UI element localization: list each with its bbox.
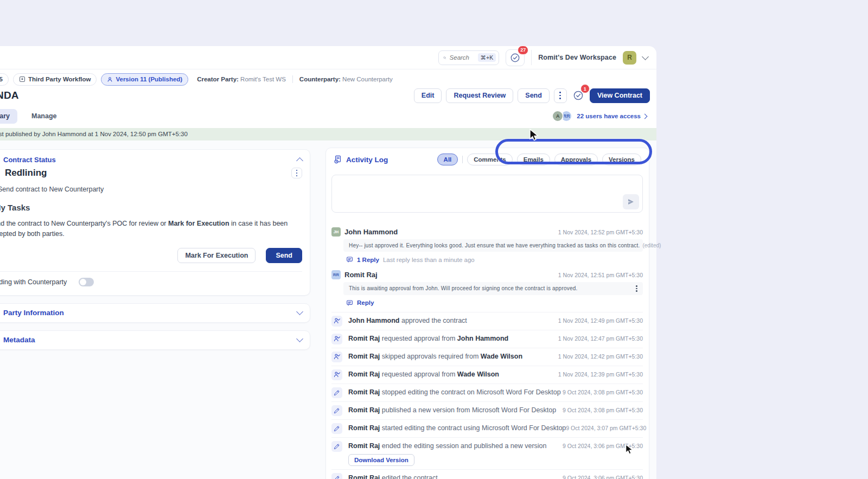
contract-status-card: Contract Status Redlining Send contract … bbox=[0, 149, 310, 296]
comment-item: JH John Hammond 1 Nov 2024, 12:52 pm GMT… bbox=[331, 227, 643, 263]
tabs-row: Summary Manage A RR 22 users have access bbox=[0, 108, 656, 124]
status-send-button[interactable]: Send bbox=[266, 248, 302, 263]
collapse-chevron-icon[interactable] bbox=[296, 157, 303, 164]
activity-log-title: Activity Log bbox=[346, 156, 388, 164]
access-group: A RR 22 users have access bbox=[552, 110, 656, 122]
user-avatars[interactable]: A RR bbox=[552, 110, 572, 122]
expand-chevron-icon bbox=[296, 335, 303, 342]
comment-timestamp: 1 Nov 2024, 12:52 pm GMT+5:30 bbox=[558, 229, 643, 235]
pending-toggle[interactable] bbox=[79, 278, 94, 286]
view-contract-button[interactable]: View Contract bbox=[590, 88, 650, 103]
published-banner: Last published by John Hammond at 1 Nov … bbox=[0, 128, 656, 140]
activity-row: Romit Raj edited the contract9 Oct 2024,… bbox=[331, 469, 643, 479]
users-access-link[interactable]: 22 users have access bbox=[577, 113, 647, 119]
contract-meta-row: 75 Third Party Workflow Version 11 (Publ… bbox=[0, 73, 656, 86]
chevron-down-icon[interactable] bbox=[642, 53, 649, 60]
tab-manage[interactable]: Manage bbox=[24, 109, 65, 124]
comment-item: RR Romit Raj 1 Nov 2024, 12:51 pm GMT+5:… bbox=[331, 270, 643, 306]
left-column: Contract Status Redlining Send contract … bbox=[0, 149, 310, 350]
filter-pill-comments[interactable]: Comments bbox=[467, 154, 512, 165]
status-value: Redlining bbox=[5, 168, 47, 178]
meta-separator bbox=[292, 75, 293, 83]
activity-row: Romit Raj published a new version from M… bbox=[331, 401, 643, 419]
activity-timestamp: 9 Oct 2024, 3:06 pm GMT+5:30 bbox=[563, 441, 643, 449]
approval-icon bbox=[331, 369, 342, 380]
topbar-divider bbox=[531, 50, 532, 65]
activity-text: Romit Raj ended the editing session and … bbox=[348, 442, 547, 450]
approvals-button[interactable]: 1 bbox=[571, 88, 585, 103]
search-input[interactable] bbox=[450, 54, 475, 61]
status-subtitle: Send contract to New Counterparty bbox=[0, 186, 302, 193]
person-icon bbox=[107, 76, 113, 82]
edit-icon bbox=[331, 473, 342, 479]
activity-row: Romit Raj ended the editing session and … bbox=[331, 437, 643, 469]
mark-for-execution-button[interactable]: Mark For Execution bbox=[177, 248, 256, 263]
search-shortcut: ⌘+K bbox=[478, 53, 496, 62]
chevron-right-icon bbox=[642, 113, 648, 119]
header-actions: Edit Request Review Send 1 View Contract bbox=[414, 88, 656, 103]
more-actions-button[interactable] bbox=[554, 88, 567, 103]
comment-more-button[interactable] bbox=[636, 285, 637, 292]
creator-party: Creator Party: Romit's Test WS bbox=[197, 76, 286, 82]
approval-icon bbox=[331, 334, 342, 344]
topbar: ⌘+K 27 Romit's Dev Workspace R bbox=[0, 46, 656, 69]
notification-badge: 27 bbox=[518, 46, 528, 55]
filter-pill-versions[interactable]: Versions bbox=[602, 154, 641, 165]
avatar: JH bbox=[331, 227, 341, 237]
kebab-icon bbox=[559, 92, 561, 99]
activity-text: Romit Raj stopped editing the contract o… bbox=[348, 388, 561, 396]
activity-row: Romit Raj requested approval from John H… bbox=[331, 330, 643, 348]
workspace-avatar[interactable]: R bbox=[623, 51, 636, 65]
reply-link[interactable]: 1 Reply bbox=[357, 257, 379, 263]
activity-timestamp: 9 Oct 2024, 3:07 pm GMT+5:30 bbox=[566, 423, 646, 431]
tab-summary[interactable]: Summary bbox=[0, 109, 17, 124]
reply-icon bbox=[346, 299, 353, 306]
send-button[interactable]: Send bbox=[518, 88, 550, 103]
status-more-button[interactable] bbox=[291, 168, 302, 178]
page-title: NDA bbox=[0, 90, 19, 101]
activity-text: Romit Raj requested approval from Wade W… bbox=[348, 371, 499, 378]
comment-author: John Hammond bbox=[344, 228, 398, 236]
party-information-label: Party Information bbox=[3, 309, 64, 317]
tasks-check-button[interactable]: 27 bbox=[506, 49, 525, 66]
comment-send-button[interactable] bbox=[623, 194, 639, 209]
version-badge: Version 11 (Published) bbox=[101, 73, 188, 86]
download-version-button[interactable]: Download Version bbox=[348, 454, 414, 466]
filter-pill-all[interactable]: All bbox=[437, 154, 458, 165]
activity-filters: AllCommentsEmailsApprovalsVersions bbox=[437, 154, 641, 165]
search-icon bbox=[443, 54, 446, 61]
edited-flag: (edited) bbox=[642, 242, 661, 248]
activity-timestamp: 9 Oct 2024, 3:06 pm GMT+5:30 bbox=[563, 473, 643, 479]
activity-timestamp: 1 Nov 2024, 12:39 pm GMT+5:30 bbox=[558, 369, 643, 378]
approval-icon bbox=[331, 316, 342, 327]
activity-timestamp: 1 Nov 2024, 12:42 pm GMT+5:30 bbox=[558, 352, 643, 360]
metadata-card[interactable]: Metadata bbox=[0, 330, 310, 350]
activity-timestamp: 1 Nov 2024, 12:49 pm GMT+5:30 bbox=[558, 316, 643, 324]
workflow-badge: Third Party Workflow bbox=[13, 73, 97, 86]
workflow-icon bbox=[19, 76, 25, 82]
edit-icon bbox=[331, 423, 342, 434]
workspace-name[interactable]: Romit's Dev Workspace bbox=[538, 54, 616, 61]
reply-link[interactable]: Reply bbox=[357, 299, 374, 306]
activity-text: Romit Raj started editing the contract u… bbox=[348, 424, 566, 432]
comment-composer[interactable] bbox=[331, 175, 643, 213]
filter-pill-approvals[interactable]: Approvals bbox=[554, 154, 598, 165]
app-window: ⌘+K 27 Romit's Dev Workspace R 75 Third … bbox=[0, 46, 656, 479]
reply-meta: Last reply less than a minute ago bbox=[383, 257, 475, 263]
activity-log-icon bbox=[334, 155, 342, 164]
activity-log-card: Activity Log AllCommentsEmailsApprovalsV… bbox=[326, 148, 649, 479]
edit-button[interactable]: Edit bbox=[414, 88, 442, 103]
comment-text: This is awaiting approval from John. Wil… bbox=[349, 285, 577, 291]
activity-row: Romit Raj skipped approvals required fro… bbox=[331, 348, 643, 366]
party-information-card[interactable]: Party Information bbox=[0, 303, 310, 323]
activity-row: Romit Raj stopped editing the contract o… bbox=[331, 384, 643, 401]
pending-label: Pending with Counterparty bbox=[0, 278, 67, 286]
activity-text: Romit Raj skipped approvals required fro… bbox=[348, 353, 522, 360]
search-box[interactable]: ⌘+K bbox=[438, 50, 499, 65]
expand-chevron-icon bbox=[296, 308, 303, 315]
request-review-button[interactable]: Request Review bbox=[446, 88, 513, 103]
contract-status-label: Contract Status bbox=[3, 156, 56, 164]
filter-pill-emails[interactable]: Emails bbox=[517, 154, 550, 165]
comment-timestamp: 1 Nov 2024, 12:51 pm GMT+5:30 bbox=[558, 272, 643, 278]
task-description: Send the contract to New Counterparty's … bbox=[0, 219, 296, 240]
